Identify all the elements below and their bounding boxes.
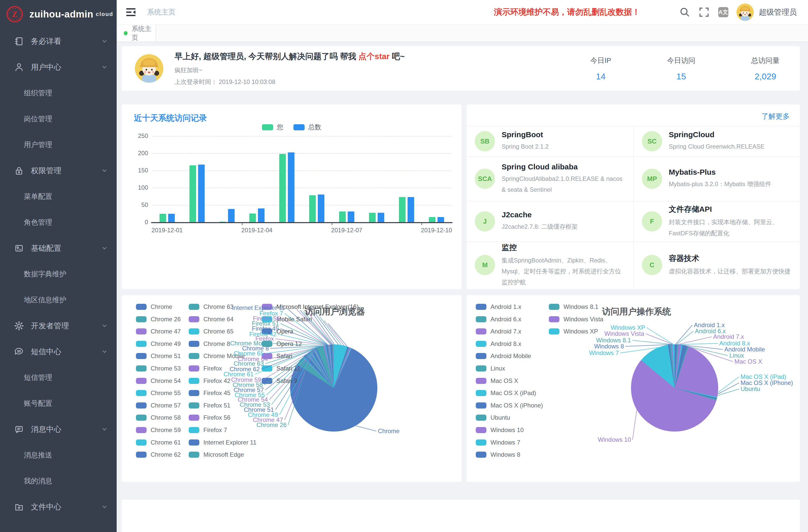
sidebar-item-user[interactable]: 用户中心 [0,54,117,80]
tech-stack-card: 了解更多 SB SpringBoot Spring Boot 2.1.2SC S… [467,105,800,289]
legend-item[interactable]: Chrome 61 [136,439,181,446]
legend-item[interactable]: Windows XP [549,328,598,335]
legend-item[interactable]: Mac OS X (iPad) [476,389,536,397]
logo[interactable]: Z zuihou-admin cloud [0,0,117,29]
x-axis [151,222,453,223]
legend-item[interactable]: Chrome 63 [189,303,234,310]
legend-label: Chrome 59 [151,426,181,434]
legend-swatch [189,316,199,322]
username[interactable]: 超级管理员 [759,7,797,18]
legend-item[interactable]: Chrome 62 [136,451,181,458]
legend-item[interactable]: Android 6.x [476,316,521,323]
tech-desc: 虚拟化容器技术，让迁移、部署更加方便快捷 [669,266,790,277]
search-icon[interactable] [680,7,690,17]
sidebar-item-gear[interactable]: 开发者管理 [0,313,117,339]
legend-item[interactable]: Android Mobile [476,352,531,360]
sidebar-subitem[interactable]: 数据字典维护 [0,261,117,287]
sidebar-item-chat[interactable]: 短信中心 [0,339,117,365]
breadcrumb[interactable]: 系统主页 [147,7,176,17]
legend-label: Microsoft Edge [203,451,244,458]
legend-item[interactable]: Firefox 56 [189,414,231,421]
bar [438,217,444,222]
legend-swatch [476,378,486,384]
legend-item[interactable]: Firefox 45 [189,389,231,397]
legend-item[interactable]: Firefox 42 [189,377,231,384]
user-avatar[interactable] [736,3,754,21]
sidebar-subitem[interactable]: 角色管理 [0,209,117,235]
legend-item[interactable]: Mac OS X [476,377,518,384]
legend-item[interactable]: Firefox 7 [189,426,227,434]
sidebar-subitem[interactable]: 我的消息 [0,468,117,494]
fullscreen-icon[interactable] [699,7,709,17]
legend-item[interactable]: Safari 9 [262,377,297,384]
legend-item[interactable]: Chrome 49 [136,340,181,347]
legend-item[interactable]: Linux [476,365,505,372]
legend-swatch [476,341,486,347]
legend-item[interactable]: Chrome 53 [136,365,181,372]
legend-item[interactable]: Android 8.x [476,340,521,347]
legend-item-总数[interactable]: 总数 [293,123,321,132]
legend-item[interactable]: Windows 8 [476,451,520,458]
legend-item[interactable]: Chrome 55 [136,389,181,397]
legend-item[interactable]: Android 1.x [476,303,521,310]
tech-card-item: SC SpringCloud Spring Cloud Greenwich.RE… [633,126,800,156]
legend-item[interactable]: Chrome 51 [136,352,181,360]
legend-item[interactable]: Windows 7 [476,439,520,446]
legend-label: Windows 7 [491,439,520,446]
legend-item[interactable]: Chrome 8 [189,340,230,347]
legend-item[interactable]: Chrome 57 [136,402,181,409]
sidebar-subitem[interactable]: 地区信息维护 [0,287,117,313]
sidebar-subitem[interactable]: 菜单配置 [0,184,117,209]
legend-item[interactable]: Ubuntu [476,414,510,421]
y-tick-label: 50 [126,201,148,208]
sidebar-item-message[interactable]: 消息中心 [0,416,117,442]
legend-label: Mac OS X (iPad) [491,389,536,397]
sidebar-subitem[interactable]: 账号配置 [0,390,117,416]
legend-item[interactable]: Chrome 58 [136,414,181,421]
legend-item[interactable]: Chrome 64 [189,316,234,323]
legend-item[interactable]: Chrome 26 [136,316,181,323]
sidebar-subitem[interactable]: 消息推送 [0,442,117,468]
legend-item[interactable]: Windows 10 [476,426,524,434]
legend-item[interactable]: Chrome 54 [136,377,181,384]
page-content: 早上好, 超级管理员, 今天帮别人解决问题了吗 帮我 点个star 吧~ 疯狂加… [117,42,808,532]
sidebar-subitem[interactable]: 短信管理 [0,365,117,390]
bar [198,165,205,222]
legend-item[interactable]: Chrome 65 [189,328,234,335]
learn-more-link[interactable]: 了解更多 [761,112,790,121]
legend-item[interactable]: Firefox [189,365,222,372]
pie-callout-label: Android 7.x [713,333,744,340]
sidebar-subitem[interactable]: 组织管理 [0,80,117,106]
legend-item[interactable]: Internet Explorer 11 [189,439,256,446]
collapse-menu-icon[interactable] [126,7,136,17]
legend-item[interactable]: Android 7.x [476,328,521,335]
legend-item[interactable]: Windows 8.1 [549,303,598,310]
translate-icon[interactable]: A文 [718,7,728,17]
legend-label: Firefox 56 [203,414,231,421]
legend-item[interactable]: Safari 11 [262,365,300,372]
legend-label: Opera [276,328,293,335]
legend-label: Linux [491,365,505,372]
legend-item[interactable]: Chrome 47 [136,328,181,335]
legend-item-您[interactable]: 您 [262,123,283,132]
legend-item[interactable]: Chrome [136,303,172,310]
sidebar-item-id-card[interactable]: 基础配置 [0,235,117,261]
os-pie-card: 访问用户操作系统 Android 1.xAndroid 6.xAndroid 7… [467,295,800,482]
tab-home[interactable]: 系统主页 [117,25,156,41]
logo-suffix: cloud [96,11,113,18]
sidebar-item-notebook[interactable]: 务必详看 [0,29,117,54]
legend-label: Chrome 62 [151,451,181,458]
sidebar-subitem[interactable]: 岗位管理 [0,106,117,132]
legend-item[interactable]: Mac OS X (iPhone) [476,402,543,409]
legend-item[interactable]: Chrome 59 [136,426,181,434]
greeting-title-text: 早上好, 超级管理员, 今天帮别人解决问题了吗 帮我 [175,52,359,61]
legend-swatch [136,365,147,371]
sidebar-item-lock[interactable]: 权限管理 [0,158,117,184]
sidebar-item-folder[interactable]: 文件中心 [0,494,117,520]
sidebar-subitem[interactable]: 用户管理 [0,132,117,158]
legend-item[interactable]: Firefox 51 [189,402,231,409]
star-link[interactable]: 点个star [359,52,389,61]
legend-item[interactable]: Microsoft Edge [189,451,244,458]
legend-item[interactable]: Windows Vista [549,316,603,323]
legend-swatch [136,316,147,322]
